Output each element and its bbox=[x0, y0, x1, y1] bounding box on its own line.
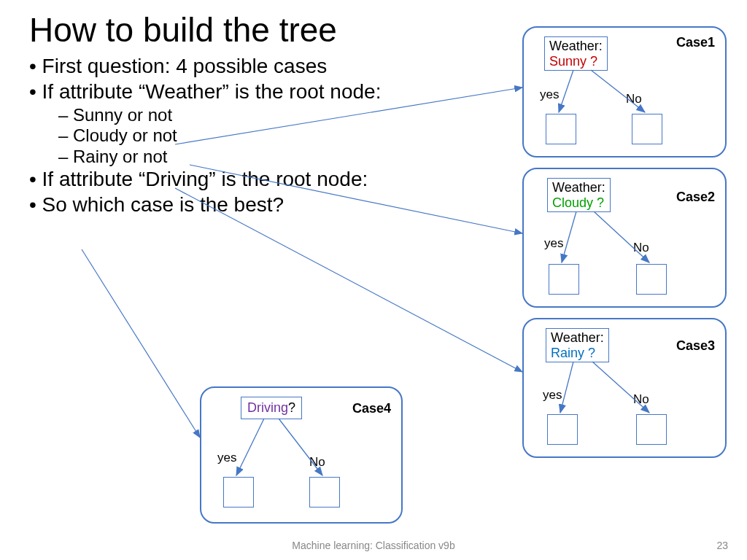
case-label: Case3 bbox=[676, 338, 715, 354]
svg-line-3 bbox=[82, 249, 200, 438]
case-panel-3: Case3 Weather: Rainy ? yes No bbox=[522, 318, 727, 458]
bullet-item: So which case is the best? bbox=[29, 192, 467, 217]
case-panel-4: Case4 Driving? yes No bbox=[200, 386, 403, 524]
attr-name: Weather: bbox=[549, 39, 603, 53]
case-panel-2: Case2 Weather: Cloudy ? yes No bbox=[522, 168, 727, 308]
bullet-subitem: Rainy or not bbox=[58, 147, 467, 167]
no-label: No bbox=[633, 392, 649, 407]
attr-name: Weather: bbox=[551, 330, 604, 345]
leaf-no bbox=[636, 264, 667, 295]
attr-value: Rainy ? bbox=[551, 346, 595, 360]
yes-label: yes bbox=[543, 388, 562, 402]
leaf-no bbox=[309, 477, 340, 508]
root-node: Driving? bbox=[241, 397, 302, 419]
case-panel-1: Case1 Weather: Sunny ? yes No bbox=[522, 26, 727, 158]
no-label: No bbox=[626, 92, 642, 106]
attr-value: Sunny ? bbox=[549, 54, 597, 69]
leaf-yes bbox=[546, 114, 576, 144]
bullet-subitem: Sunny or not bbox=[58, 105, 467, 125]
attr-value: ? bbox=[288, 400, 295, 415]
bullet-item: If attribute “Weather” is the root node: bbox=[29, 79, 467, 104]
case-label: Case4 bbox=[352, 401, 391, 416]
root-node: Weather: Rainy ? bbox=[546, 328, 609, 362]
attr-name: Driving bbox=[247, 400, 288, 415]
root-node: Weather: Cloudy ? bbox=[547, 178, 611, 212]
bullet-item: First question: 4 possible cases bbox=[29, 54, 467, 78]
no-label: No bbox=[633, 241, 649, 255]
case-label: Case2 bbox=[676, 190, 715, 205]
no-label: No bbox=[309, 455, 325, 470]
yes-label: yes bbox=[540, 88, 559, 102]
bullet-subitem: Cloudy or not bbox=[58, 125, 467, 146]
leaf-no bbox=[636, 414, 667, 445]
page-number: 23 bbox=[716, 540, 728, 551]
bullet-list: First question: 4 possible cases If attr… bbox=[29, 54, 467, 218]
case-label: Case1 bbox=[676, 35, 715, 50]
leaf-no bbox=[632, 114, 662, 144]
yes-label: yes bbox=[217, 451, 236, 465]
leaf-yes bbox=[549, 264, 579, 295]
attr-value: Cloudy ? bbox=[552, 195, 604, 210]
slide-title: How to build the tree bbox=[29, 10, 337, 50]
attr-name: Weather: bbox=[552, 180, 605, 195]
yes-label: yes bbox=[544, 236, 563, 251]
root-node: Weather: Sunny ? bbox=[544, 36, 608, 71]
bullet-item: If attribute “Driving” is the root node: bbox=[29, 167, 467, 191]
leaf-yes bbox=[223, 477, 254, 508]
leaf-yes bbox=[547, 414, 578, 445]
footer-text: Machine learning: Classification v9b bbox=[0, 540, 747, 551]
